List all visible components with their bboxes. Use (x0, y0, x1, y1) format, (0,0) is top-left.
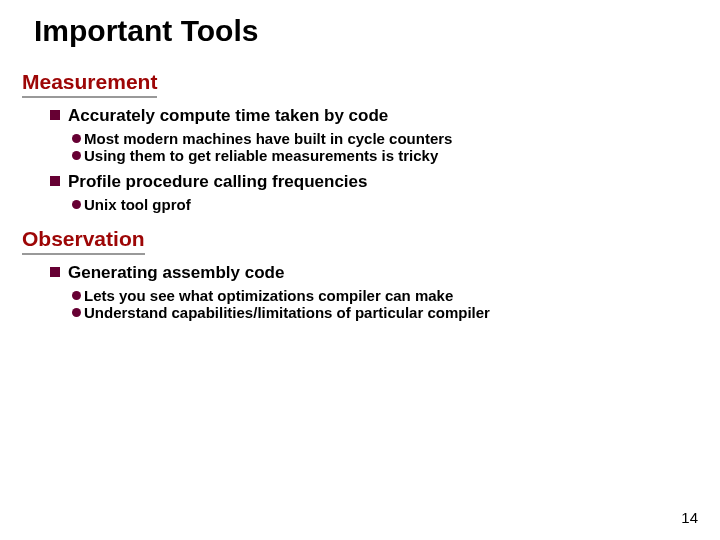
section-heading-wrap: Observation (22, 227, 145, 263)
slide: Important Tools Measurement Accurately c… (0, 0, 720, 321)
section-observation: Observation Generating assembly code Let… (22, 227, 720, 321)
section-measurement: Measurement Accurately compute time take… (22, 70, 720, 213)
square-bullet-icon (50, 267, 60, 277)
bullet-text: Using them to get reliable measurements … (84, 147, 438, 164)
dot-bullet-icon (72, 308, 81, 317)
section-heading: Observation (22, 227, 145, 251)
heading-underline (22, 253, 145, 255)
list-item: Lets you see what optimizations compiler… (72, 287, 720, 304)
bullet-text: Unix tool gprof (84, 196, 191, 213)
section-heading-wrap: Measurement (22, 70, 157, 106)
list-item: Accurately compute time taken by code Mo… (22, 106, 720, 164)
dot-bullet-icon (72, 151, 81, 160)
bullet-text: Profile procedure calling frequencies (68, 172, 367, 192)
slide-title: Important Tools (34, 14, 720, 48)
bullet-text: Lets you see what optimizations compiler… (84, 287, 453, 304)
bullet-text: Accurately compute time taken by code (68, 106, 388, 126)
dot-bullet-icon (72, 134, 81, 143)
list-item: Unix tool gprof (72, 196, 720, 213)
square-bullet-icon (50, 176, 60, 186)
list-item: Most modern machines have built in cycle… (72, 130, 720, 147)
section-heading: Measurement (22, 70, 157, 94)
list-item: Profile procedure calling frequencies Un… (22, 172, 720, 213)
square-bullet-icon (50, 110, 60, 120)
dot-bullet-icon (72, 291, 81, 300)
list-item: Generating assembly code Lets you see wh… (22, 263, 720, 321)
dot-bullet-icon (72, 200, 81, 209)
page-number: 14 (681, 509, 698, 526)
list-item: Understand capabilities/limitations of p… (72, 304, 720, 321)
bullet-text: Most modern machines have built in cycle… (84, 130, 452, 147)
bullet-text: Understand capabilities/limitations of p… (84, 304, 490, 321)
heading-underline (22, 96, 157, 98)
list-item: Using them to get reliable measurements … (72, 147, 720, 164)
bullet-text: Generating assembly code (68, 263, 284, 283)
